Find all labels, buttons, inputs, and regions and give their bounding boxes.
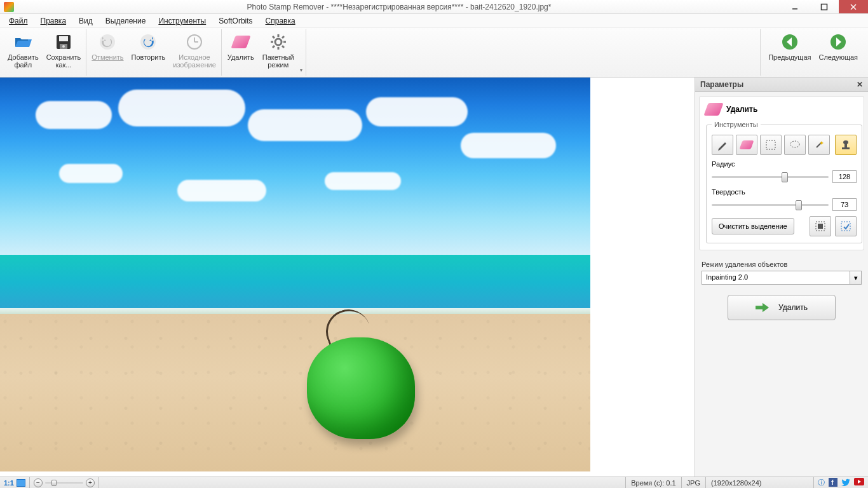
window-buttons — [780, 0, 868, 13]
redo-label: Повторить — [132, 53, 166, 61]
svg-rect-24 — [766, 140, 775, 149]
batch-mode-button[interactable]: Пакетный режим — [259, 29, 298, 76]
save-selection-button[interactable] — [810, 216, 831, 236]
tool-rect-select[interactable] — [760, 135, 782, 155]
zoom-in-button[interactable]: + — [86, 478, 95, 487]
minimize-button[interactable] — [780, 0, 810, 13]
svg-rect-31 — [818, 224, 823, 229]
chevron-down-icon[interactable]: ▾ — [850, 271, 861, 284]
menu-selection[interactable]: Выделение — [100, 15, 151, 27]
clock-icon — [186, 33, 203, 51]
save-as-button[interactable]: Сохранить как... — [43, 29, 85, 76]
menu-help[interactable]: Справка — [261, 15, 301, 27]
hardness-label: Твердость — [712, 188, 745, 196]
side-panel: Параметры ✕ Удалить Инструменты — [695, 78, 868, 477]
window-title: Photo Stamp Remover - ****Незарегистриро… — [18, 3, 780, 11]
mode-value: Inpainting 2.0 — [702, 271, 850, 284]
remove-button[interactable]: Удалить — [728, 295, 836, 320]
svg-line-20 — [282, 36, 284, 38]
add-file-button[interactable]: Добавить файл — [4, 29, 43, 76]
radius-slider[interactable] — [712, 171, 829, 182]
twitter-icon[interactable] — [841, 478, 850, 487]
menu-tools[interactable]: Инструменты — [153, 15, 211, 27]
statusbar: 1:1 − + Время (с): 0.1 JPG (1920x1280x24… — [0, 477, 868, 488]
prev-label: Предыдущая — [768, 53, 811, 61]
mode-select[interactable]: Inpainting 2.0 ▾ — [702, 271, 862, 285]
svg-point-25 — [790, 141, 799, 147]
load-selection-button[interactable] — [835, 216, 857, 236]
zoom-out-button[interactable]: − — [34, 478, 43, 487]
svg-line-19 — [282, 46, 284, 48]
radius-value[interactable]: 128 — [832, 170, 857, 183]
remove-section-title: Удалить — [726, 105, 757, 114]
redo-icon — [139, 33, 157, 51]
gear-icon — [269, 33, 287, 51]
batch-label: Пакетный режим — [262, 53, 294, 69]
clear-selection-button[interactable]: Очистить выделение — [712, 218, 794, 234]
panel-close-icon[interactable]: ✕ — [857, 80, 863, 89]
svg-line-21 — [273, 46, 275, 48]
status-format: JPG — [682, 477, 706, 488]
prev-image-button[interactable]: Предыдущая — [764, 29, 815, 76]
tool-lasso[interactable] — [784, 135, 806, 155]
undo-button[interactable]: Отменить — [88, 29, 127, 76]
svg-rect-1 — [822, 4, 827, 10]
svg-point-7 — [62, 45, 65, 48]
zoom-controls: 1:1 — [0, 477, 30, 488]
save-as-label: Сохранить как... — [46, 53, 81, 69]
canvas-area[interactable] — [0, 78, 695, 477]
svg-point-13 — [275, 39, 281, 45]
close-button[interactable] — [839, 0, 868, 13]
eraser-icon — [703, 103, 723, 116]
tool-pencil[interactable] — [712, 135, 733, 155]
delete-button[interactable]: Удалить — [223, 29, 259, 76]
zoom-slider[interactable] — [45, 478, 83, 487]
add-file-label: Добавить файл — [8, 53, 39, 69]
folder-open-icon — [14, 33, 32, 51]
original-image-button[interactable]: Исходное изображение — [169, 29, 220, 76]
fit-to-screen-icon[interactable] — [17, 479, 25, 487]
panel-header: Параметры ✕ — [695, 78, 868, 92]
titlebar: Photo Stamp Remover - ****Незарегистриро… — [0, 0, 868, 14]
image-canvas[interactable] — [0, 78, 590, 471]
tool-eraser[interactable] — [736, 135, 757, 155]
content-row: Параметры ✕ Удалить Инструменты — [0, 78, 868, 477]
status-dimensions: (1920x1280x24) — [706, 477, 814, 488]
remove-button-label: Удалить — [778, 303, 808, 312]
svg-line-18 — [273, 36, 275, 38]
undo-icon — [98, 33, 116, 51]
svg-text:f: f — [831, 478, 834, 486]
menu-edit[interactable]: Правка — [36, 15, 72, 27]
hardness-value[interactable]: 73 — [832, 198, 857, 211]
maximize-button[interactable] — [810, 0, 839, 13]
hardness-slider[interactable] — [712, 199, 829, 210]
toolbar: Добавить файл Сохранить как... Отменить … — [0, 28, 868, 78]
youtube-icon[interactable] — [854, 478, 864, 487]
next-image-button[interactable]: Следующая — [815, 29, 862, 76]
facebook-icon[interactable]: f — [829, 478, 837, 487]
app-icon — [4, 2, 14, 12]
status-time: Время (с): 0.1 — [626, 477, 681, 488]
remove-panel: Удалить Инструменты Радиус 128 — [699, 96, 864, 250]
tool-stamp[interactable] — [835, 135, 857, 155]
tools-legend: Инструменты — [712, 121, 761, 128]
panel-title: Параметры — [700, 80, 743, 89]
tools-fieldset: Инструменты Радиус 128 Твердость — [706, 121, 862, 243]
arrow-right-green-icon — [756, 302, 770, 313]
menubar: Файл Правка Вид Выделение Инструменты So… — [0, 14, 868, 28]
save-icon — [55, 33, 72, 51]
menu-view[interactable]: Вид — [74, 15, 98, 27]
info-icon[interactable]: ⓘ — [818, 478, 825, 487]
toolbar-overflow[interactable]: ▾ — [298, 29, 304, 76]
zoom-ratio[interactable]: 1:1 — [4, 479, 14, 487]
eraser-icon — [232, 33, 250, 51]
svg-rect-5 — [59, 36, 68, 41]
menu-softorbits[interactable]: SoftOrbits — [214, 15, 257, 27]
original-label: Исходное изображение — [173, 53, 216, 69]
svg-point-29 — [843, 140, 848, 144]
tool-magic-wand[interactable] — [808, 135, 830, 155]
undo-label: Отменить — [92, 53, 123, 61]
svg-rect-27 — [842, 147, 850, 149]
menu-file[interactable]: Файл — [4, 15, 33, 27]
redo-button[interactable]: Повторить — [128, 29, 170, 76]
